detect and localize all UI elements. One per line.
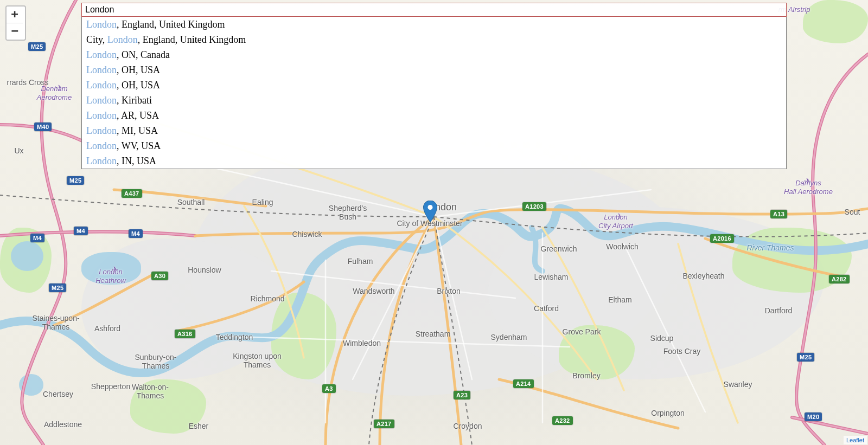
autocomplete-match: London [107,34,138,45]
svg-point-0 [428,205,433,210]
autocomplete-item[interactable]: London, ON, Canada [82,47,786,62]
autocomplete-item[interactable]: London, AR, USA [82,108,786,123]
autocomplete-rest: , England, United Kingdom [117,19,225,30]
road-shield-m25_1: M25 [28,42,46,51]
park-richmond [271,293,336,379]
airplane-icon: ✈ [616,211,623,222]
autocomplete-item[interactable]: London, Kiribati [82,93,786,108]
autocomplete-rest: , England, United Kingdom [138,34,246,45]
park-se [559,325,635,379]
road-shield-a214: A214 [513,379,534,388]
road-shield-a316: A316 [175,330,195,338]
autocomplete-match: London [86,95,117,106]
autocomplete-item[interactable]: London, OH, USA [82,62,786,78]
autocomplete-item[interactable]: London, IN, USA [82,153,786,169]
autocomplete-match: London [86,110,117,121]
road-shield-m25_3: M25 [49,283,66,292]
road-shield-a30: A30 [151,272,168,280]
road-shield-a282: A282 [829,275,850,283]
autocomplete-item[interactable]: London, WV, USA [82,138,786,153]
road-shield-m4_2: M4 [74,227,88,235]
autocomplete-match: London [86,156,117,166]
road-shield-a217: A217 [374,420,394,428]
road-shield-a232: A232 [552,416,573,425]
road-shield-m25_4: M25 [797,353,814,362]
search-container: London, England, United KingdomCity, Lon… [81,3,787,169]
autocomplete-rest: , ON, Canada [117,49,170,60]
autocomplete-match: London [86,125,117,136]
autocomplete-match: London [86,49,117,60]
road-shield-m4_3: M4 [129,229,143,238]
autocomplete-match: London [86,65,117,75]
park-ne [803,0,868,43]
autocomplete-item[interactable]: City, London, England, United Kingdom [82,32,786,47]
road-shield-a437: A437 [122,189,142,198]
attribution-link[interactable]: Leaflet [844,436,867,444]
road-shield-m20: M20 [805,412,822,421]
autocomplete-rest: , MI, USA [117,125,158,136]
autocomplete-rest: , OH, USA [117,80,160,91]
road-shield-a1203: A1203 [522,202,546,211]
road-shield-a2016: A2016 [710,234,734,243]
road-shield-m4_1: M4 [30,234,44,242]
airplane-icon: ✈ [804,176,811,186]
reservoir-3 [19,374,43,396]
zoom-in-button[interactable]: + [7,7,23,23]
autocomplete-match: London [86,140,117,151]
road-shield-a23: A23 [454,391,470,399]
autocomplete-rest: , AR, USA [117,110,159,121]
autocomplete-item[interactable]: London, MI, USA [82,123,786,138]
autocomplete-item[interactable]: London, OH, USA [82,78,786,93]
location-search-input[interactable] [81,3,787,17]
road-shield-a3: A3 [322,384,336,393]
autocomplete-dropdown: London, England, United KingdomCity, Lon… [81,16,787,169]
road-shield-m40: M40 [34,122,52,131]
autocomplete-item[interactable]: London, England, United Kingdom [82,17,786,32]
zoom-control: + − [5,5,26,41]
map-marker[interactable] [423,201,437,222]
zoom-out-button[interactable]: − [7,23,23,40]
airplane-icon: ✈ [56,83,63,93]
park-sw2 [130,379,206,434]
map-canvas[interactable]: ✈ ✈ ✈ ✈ LondonCity of WestminsterGreenwi… [0,0,868,445]
autocomplete-match: London [86,80,117,91]
autocomplete-rest: , Kiribati [117,95,152,106]
autocomplete-rest: , WV, USA [117,140,161,151]
road-shield-a13: A13 [770,210,787,218]
autocomplete-prefix: City, [86,34,107,45]
autocomplete-match: London [86,19,117,30]
road-shield-m25_2: M25 [67,176,84,185]
reservoir-1 [11,241,43,271]
airplane-icon: ✈ [111,265,118,275]
autocomplete-rest: , IN, USA [117,156,156,166]
autocomplete-rest: , OH, USA [117,65,160,75]
